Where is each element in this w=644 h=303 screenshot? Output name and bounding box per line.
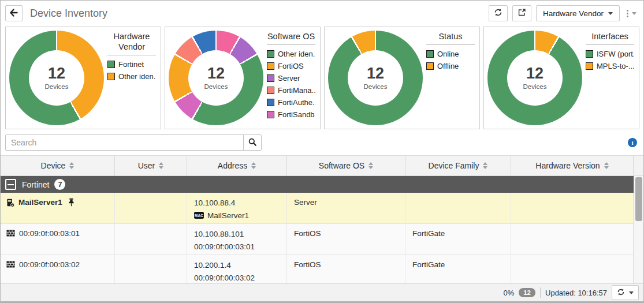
chart-title: Interfaces	[586, 31, 634, 45]
software-os-cell: FortiOS	[287, 224, 405, 255]
device-inventory-window: Device Inventory Hardware Vendor	[0, 0, 644, 303]
table-body: MailServer110.100.88.4MACMailServer1Serv…	[1, 193, 643, 283]
legend-item[interactable]: Other iden...	[267, 50, 315, 58]
fortigate-icon	[6, 230, 15, 237]
legend-label: Offline	[437, 62, 459, 70]
device-count-label: Devices	[364, 83, 388, 90]
search-input[interactable]	[5, 134, 244, 151]
chart-card-software-os: 12 Devices Software OS Other iden...Fort…	[165, 27, 321, 129]
progress-label: 0%	[503, 289, 514, 297]
legend-label: Fortinet	[118, 60, 144, 69]
software-os-cell: Server	[287, 193, 405, 223]
back-button[interactable]	[5, 5, 23, 21]
mac-label: 00:09:0f:00:03:02	[194, 274, 255, 282]
chart-title: Software OS	[267, 31, 315, 45]
refresh-interval-button[interactable]	[612, 285, 639, 300]
column-header-device[interactable]: Device	[1, 156, 115, 175]
search-button[interactable]	[243, 134, 262, 151]
chart-legend: OnlineOffline	[426, 50, 475, 70]
legend-item[interactable]: Fortinet	[107, 60, 156, 69]
updated-label: Updated: 10:16:57	[545, 289, 607, 297]
more-options-button[interactable]	[626, 8, 638, 20]
column-header-software-os[interactable]: Software OS	[287, 156, 405, 175]
legend-item[interactable]: Other iden...	[107, 72, 156, 81]
status-bar: 0% 12 Updated: 10:16:57	[1, 283, 643, 301]
column-header-address[interactable]: Address	[187, 156, 287, 175]
scrollbar-gutter	[634, 156, 643, 175]
device-cell: 00:09:0f:00:03:01	[1, 224, 115, 255]
fortigate-icon	[6, 261, 15, 268]
legend-item[interactable]: Offline	[426, 62, 475, 70]
column-label: Address	[218, 161, 247, 170]
device-name: MailServer1	[18, 198, 62, 207]
legend-label: ISFW (port...	[597, 50, 634, 58]
column-header-device-family[interactable]: Device Family	[405, 156, 511, 175]
legend-label: MPLS-to-...	[597, 62, 634, 70]
legend-item[interactable]: ISFW (port...	[586, 50, 634, 58]
column-header-user[interactable]: User	[115, 156, 187, 175]
legend-item[interactable]: MPLS-to-...	[586, 62, 634, 70]
table-row[interactable]: MailServer110.100.88.4MACMailServer1Serv…	[1, 193, 634, 224]
donut-center: 12 Devices	[507, 50, 563, 106]
sort-icon	[159, 162, 163, 169]
legend-item[interactable]: FortiSandb...	[267, 110, 315, 119]
device-family-cell: FortiGate	[405, 224, 511, 255]
donut-center: 12 Devices	[188, 50, 244, 106]
legend-swatch	[267, 111, 274, 118]
server-icon	[6, 199, 14, 207]
chart-title: Hardware Vendor	[107, 31, 156, 55]
table-row[interactable]: 00:09:0f:00:03:0110.100.88.10100:09:0f:0…	[1, 224, 634, 255]
group-row-fortinet[interactable]: Fortinet 7	[1, 176, 643, 193]
mac-line: 00:09:0f:00:03:01	[194, 240, 283, 253]
address-cell: 10.100.88.10100:09:0f:00:03:01	[187, 224, 287, 255]
table-row[interactable]: 00:09:0f:00:03:0210.200.1.400:09:0f:00:0…	[1, 255, 634, 283]
column-header-hardware-version[interactable]: Hardware Version	[511, 156, 634, 175]
group-by-label: Hardware Vendor	[543, 9, 604, 18]
table-header: Device User Address Software OS Device F…	[1, 155, 643, 176]
ip-address: 10.200.1.4	[194, 259, 283, 271]
legend-swatch	[586, 62, 593, 70]
collapse-icon[interactable]	[5, 179, 16, 190]
vertical-scrollbar[interactable]	[634, 176, 643, 283]
ip-address: 10.100.88.101	[194, 227, 283, 240]
pin-icon[interactable]	[68, 198, 75, 207]
legend-item[interactable]: Online	[426, 50, 475, 58]
hardware-version-cell	[511, 255, 634, 283]
user-cell	[115, 224, 187, 255]
device-cell: MailServer1	[1, 193, 115, 223]
scrollbar-thumb[interactable]	[635, 177, 642, 221]
search-icon	[248, 137, 257, 148]
mac-line: 00:09:0f:00:03:02	[194, 271, 283, 283]
legend-swatch	[426, 50, 434, 58]
legend-swatch	[267, 87, 274, 94]
legend-item[interactable]: FortiAuthe...	[267, 98, 315, 107]
mac-label: 00:09:0f:00:03:01	[194, 242, 255, 251]
legend-item[interactable]: Server	[267, 74, 315, 83]
legend-swatch	[107, 73, 115, 80]
group-by-dropdown[interactable]: Hardware Vendor	[536, 5, 620, 21]
legend-label: FortiSandb...	[278, 110, 315, 119]
info-icon[interactable]: i	[628, 138, 637, 147]
refresh-button[interactable]	[489, 5, 508, 21]
device-name: 00:09:0f:00:03:01	[19, 229, 80, 238]
donut-center: 12 Devices	[29, 50, 84, 106]
donut-wrap: 12 Devices	[484, 27, 586, 129]
sort-icon	[483, 162, 487, 169]
external-link-icon	[518, 8, 526, 18]
legend-item[interactable]: FortiOS	[267, 62, 315, 70]
group-name: Fortinet	[22, 180, 49, 189]
device-name: 00:09:0f:00:03:02	[19, 260, 80, 269]
back-arrow-icon	[9, 8, 18, 19]
sort-icon	[69, 162, 74, 169]
address-cell: 10.100.88.4MACMailServer1	[187, 193, 287, 223]
summary-charts: 12 Devices Hardware Vendor FortinetOther…	[1, 26, 643, 130]
device-family-cell	[405, 193, 511, 223]
device-family-cell: FortiGate	[405, 255, 511, 283]
sort-icon	[368, 162, 373, 169]
legend-swatch	[267, 50, 274, 58]
chart-card-interfaces: 12 Devices Interfaces ISFW (port...MPLS-…	[483, 27, 639, 129]
legend-item[interactable]: FortiMana...	[267, 86, 315, 95]
popout-button[interactable]	[512, 5, 531, 21]
divider	[540, 287, 541, 298]
chevron-down-icon	[608, 12, 613, 15]
